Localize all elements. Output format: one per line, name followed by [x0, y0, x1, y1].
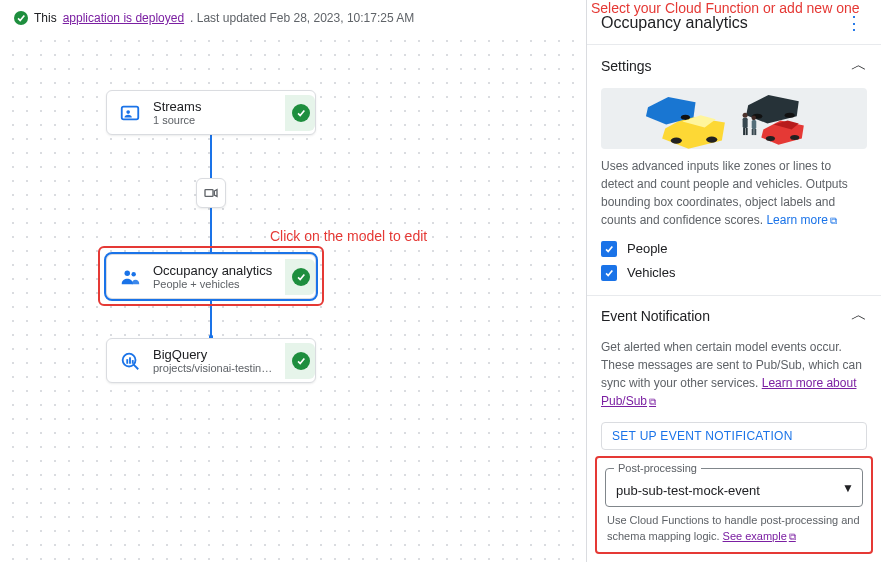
checkbox-label: People: [627, 241, 667, 256]
checkbox-icon: [601, 241, 617, 257]
status-ok: [285, 343, 315, 379]
svg-point-19: [785, 113, 795, 118]
status-ok: [285, 95, 315, 131]
bigquery-icon: [117, 348, 143, 374]
deployed-link[interactable]: application is deployed: [63, 11, 184, 25]
node-occupancy[interactable]: Occupancy analytics People + vehicles: [106, 254, 316, 299]
people-icon: [117, 264, 143, 290]
graph-canvas[interactable]: This application is deployed. Last updat…: [0, 0, 586, 562]
svg-point-10: [125, 270, 131, 276]
post-processing-select[interactable]: Post-processing pub-sub-test-mock-event …: [605, 468, 863, 507]
event-description: Get alerted when certain model events oc…: [587, 332, 881, 418]
svg-point-24: [681, 115, 690, 120]
checkbox-people-row[interactable]: People: [587, 237, 881, 261]
svg-rect-27: [743, 128, 745, 135]
node-title: Occupancy analytics: [153, 263, 275, 278]
settings-label: Settings: [601, 58, 652, 74]
node-subtitle: People + vehicles: [153, 278, 275, 290]
stream-knob[interactable]: [196, 178, 226, 208]
svg-rect-6: [205, 190, 213, 197]
svg-point-22: [671, 138, 682, 144]
success-icon: [14, 11, 28, 25]
deploy-status-bar: This application is deployed. Last updat…: [10, 10, 576, 29]
chevron-up-icon: ︿: [851, 305, 867, 326]
svg-rect-14: [126, 359, 128, 364]
details-panel: Occupancy analytics ⋮ Settings ︿: [586, 0, 881, 562]
svg-rect-15: [129, 357, 131, 363]
node-title: Streams: [153, 99, 275, 114]
event-label: Event Notification: [601, 308, 710, 324]
settings-header[interactable]: Settings ︿: [587, 45, 881, 82]
field-label: Post-processing: [614, 462, 701, 474]
learn-more-link[interactable]: Learn more⧉: [766, 213, 836, 227]
node-subtitle: 1 source: [153, 114, 275, 126]
event-notification-header[interactable]: Event Notification ︿: [587, 295, 881, 332]
svg-rect-16: [132, 360, 134, 364]
svg-line-13: [134, 364, 139, 369]
checkbox-icon: [601, 265, 617, 281]
annotation-select-cf: Select your Cloud Function or add new on…: [587, 0, 860, 19]
external-icon: ⧉: [830, 215, 837, 226]
svg-rect-32: [754, 129, 756, 135]
svg-point-25: [743, 113, 748, 118]
caret-down-icon: ▼: [842, 481, 854, 495]
status-ok: [285, 259, 315, 295]
node-title: BigQuery: [153, 347, 275, 362]
node-bigquery[interactable]: BigQuery projects/visionai-testing-stabl…: [106, 338, 316, 383]
svg-marker-7: [214, 190, 217, 197]
external-icon: ⧉: [649, 396, 656, 407]
field-value: pub-sub-test-mock-event: [616, 483, 760, 498]
illustration: [601, 88, 867, 149]
svg-point-21: [790, 135, 799, 140]
svg-point-12: [123, 353, 136, 366]
annotation-edit-model: Click on the model to edit: [270, 228, 427, 244]
svg-rect-26: [743, 118, 748, 128]
svg-point-11: [131, 272, 135, 276]
svg-point-20: [766, 136, 775, 141]
post-processing-helper: Use Cloud Functions to handle post-proce…: [605, 507, 863, 544]
status-prefix: This: [34, 11, 57, 25]
svg-rect-28: [746, 128, 748, 135]
svg-rect-31: [752, 129, 754, 135]
external-icon: ⧉: [789, 531, 796, 542]
highlight-post-processing: Post-processing pub-sub-test-mock-event …: [595, 456, 873, 554]
checkbox-vehicles-row[interactable]: Vehicles: [587, 261, 881, 285]
status-suffix: . Last updated Feb 28, 2023, 10:17:25 AM: [190, 11, 414, 25]
svg-point-9: [126, 110, 130, 114]
checkbox-label: Vehicles: [627, 265, 675, 280]
node-streams[interactable]: Streams 1 source: [106, 90, 316, 135]
svg-point-29: [751, 116, 756, 121]
chevron-up-icon: ︿: [851, 55, 867, 76]
svg-rect-30: [752, 120, 757, 129]
setup-event-button[interactable]: SET UP EVENT NOTIFICATION: [601, 422, 867, 450]
settings-description: Uses advanced inputs like zones or lines…: [587, 157, 881, 237]
see-example-link[interactable]: See example⧉: [723, 530, 796, 542]
svg-point-23: [706, 137, 717, 143]
node-subtitle: projects/visionai-testing-stabl...: [153, 362, 275, 374]
video-user-icon: [117, 100, 143, 126]
